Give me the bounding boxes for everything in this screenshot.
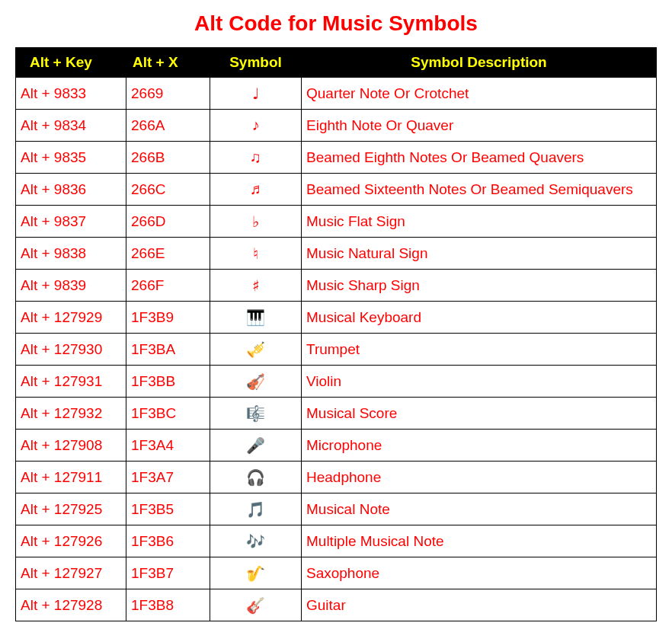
cell-altkey: Alt + 9834 <box>16 110 126 142</box>
cell-symbol: 🎷 <box>210 557 302 589</box>
table-row: Alt + 9836266C♬Beamed Sixteenth Notes Or… <box>16 174 657 206</box>
cell-desc: Violin <box>302 366 657 398</box>
cell-altkey: Alt + 9835 <box>16 142 126 174</box>
cell-symbol: ♬ <box>210 174 302 206</box>
cell-desc: Musical Note <box>302 493 657 525</box>
cell-symbol: 🎼 <box>210 398 302 430</box>
cell-desc: Trumpet <box>302 334 657 366</box>
cell-desc: Eighth Note Or Quaver <box>302 110 657 142</box>
cell-altkey: Alt + 127908 <box>16 430 126 462</box>
cell-symbol: ♮ <box>210 238 302 270</box>
cell-desc: Microphone <box>302 430 657 462</box>
cell-altkey: Alt + 9836 <box>16 174 126 206</box>
table-row: Alt + 1279291F3B9🎹Musical Keyboard <box>16 302 657 334</box>
cell-symbol: 🎹 <box>210 302 302 334</box>
alt-code-table: Alt + Key Alt + X Symbol Symbol Descript… <box>15 47 657 621</box>
cell-altkey: Alt + 9837 <box>16 206 126 238</box>
cell-desc: Music Sharp Sign <box>302 270 657 302</box>
cell-altkey: Alt + 9833 <box>16 78 126 110</box>
cell-symbol: ♫ <box>210 142 302 174</box>
cell-altx: 266D <box>126 206 210 238</box>
cell-altkey: Alt + 127926 <box>16 525 126 557</box>
header-symbol: Symbol <box>210 48 302 78</box>
cell-altkey: Alt + 127932 <box>16 398 126 430</box>
table-row: Alt + 1279081F3A4🎤Microphone <box>16 430 657 462</box>
table-header-row: Alt + Key Alt + X Symbol Symbol Descript… <box>16 48 657 78</box>
cell-altx: 1F3A7 <box>126 462 210 493</box>
cell-desc: Quarter Note Or Crotchet <box>302 78 657 110</box>
cell-symbol: ♩ <box>210 78 302 110</box>
table-row: Alt + 1279301F3BA🎺Trumpet <box>16 334 657 366</box>
table-row: Alt + 1279271F3B7🎷Saxophone <box>16 557 657 589</box>
cell-symbol: ♪ <box>210 110 302 142</box>
cell-altx: 266C <box>126 174 210 206</box>
cell-desc: Musical Keyboard <box>302 302 657 334</box>
table-row: Alt + 9835266B♫Beamed Eighth Notes Or Be… <box>16 142 657 174</box>
table-row: Alt + 98332669♩Quarter Note Or Crotchet <box>16 78 657 110</box>
table-row: Alt + 9839266F♯Music Sharp Sign <box>16 270 657 302</box>
cell-altx: 1F3B6 <box>126 525 210 557</box>
cell-altkey: Alt + 127911 <box>16 462 126 493</box>
table-row: Alt + 1279321F3BC🎼Musical Score <box>16 398 657 430</box>
cell-symbol: 🎻 <box>210 366 302 398</box>
cell-altx: 2669 <box>126 78 210 110</box>
cell-altkey: Alt + 127927 <box>16 557 126 589</box>
cell-altkey: Alt + 127930 <box>16 334 126 366</box>
cell-symbol: ♭ <box>210 206 302 238</box>
cell-altx: 266F <box>126 270 210 302</box>
cell-desc: Guitar <box>302 589 657 621</box>
cell-symbol: 🎸 <box>210 589 302 621</box>
cell-altkey: Alt + 9839 <box>16 270 126 302</box>
cell-desc: Beamed Sixteenth Notes Or Beamed Semiqua… <box>302 174 657 206</box>
cell-desc: Musical Score <box>302 398 657 430</box>
table-row: Alt + 1279111F3A7🎧Headphone <box>16 462 657 493</box>
cell-altx: 1F3B7 <box>126 557 210 589</box>
cell-symbol: ♯ <box>210 270 302 302</box>
cell-altx: 1F3B9 <box>126 302 210 334</box>
cell-altx: 266B <box>126 142 210 174</box>
cell-altx: 1F3BB <box>126 366 210 398</box>
cell-symbol: 🎤 <box>210 430 302 462</box>
cell-altx: 1F3BA <box>126 334 210 366</box>
cell-altx: 266A <box>126 110 210 142</box>
cell-altkey: Alt + 127931 <box>16 366 126 398</box>
header-altx: Alt + X <box>126 48 210 78</box>
cell-desc: Headphone <box>302 462 657 493</box>
table-row: Alt + 1279311F3BB🎻Violin <box>16 366 657 398</box>
table-row: Alt + 9838266E♮Music Natural Sign <box>16 238 657 270</box>
cell-desc: Music Flat Sign <box>302 206 657 238</box>
table-row: Alt + 1279261F3B6🎶Multiple Musical Note <box>16 525 657 557</box>
table-row: Alt + 9837266D♭Music Flat Sign <box>16 206 657 238</box>
table-row: Alt + 1279281F3B8🎸Guitar <box>16 589 657 621</box>
cell-desc: Beamed Eighth Notes Or Beamed Quavers <box>302 142 657 174</box>
cell-altkey: Alt + 127925 <box>16 493 126 525</box>
cell-symbol: 🎵 <box>210 493 302 525</box>
cell-symbol: 🎧 <box>210 462 302 493</box>
cell-altx: 1F3A4 <box>126 430 210 462</box>
cell-symbol: 🎺 <box>210 334 302 366</box>
cell-altx: 266E <box>126 238 210 270</box>
header-desc: Symbol Description <box>302 48 657 78</box>
cell-altx: 1F3B5 <box>126 493 210 525</box>
cell-altx: 1F3BC <box>126 398 210 430</box>
cell-desc: Music Natural Sign <box>302 238 657 270</box>
cell-altkey: Alt + 127929 <box>16 302 126 334</box>
table-row: Alt + 9834266A♪Eighth Note Or Quaver <box>16 110 657 142</box>
page-title: Alt Code for Music Symbols <box>15 11 657 36</box>
cell-altkey: Alt + 127928 <box>16 589 126 621</box>
cell-desc: Multiple Musical Note <box>302 525 657 557</box>
cell-altx: 1F3B8 <box>126 589 210 621</box>
table-row: Alt + 1279251F3B5🎵Musical Note <box>16 493 657 525</box>
cell-altkey: Alt + 9838 <box>16 238 126 270</box>
cell-desc: Saxophone <box>302 557 657 589</box>
cell-symbol: 🎶 <box>210 525 302 557</box>
header-altkey: Alt + Key <box>16 48 126 78</box>
